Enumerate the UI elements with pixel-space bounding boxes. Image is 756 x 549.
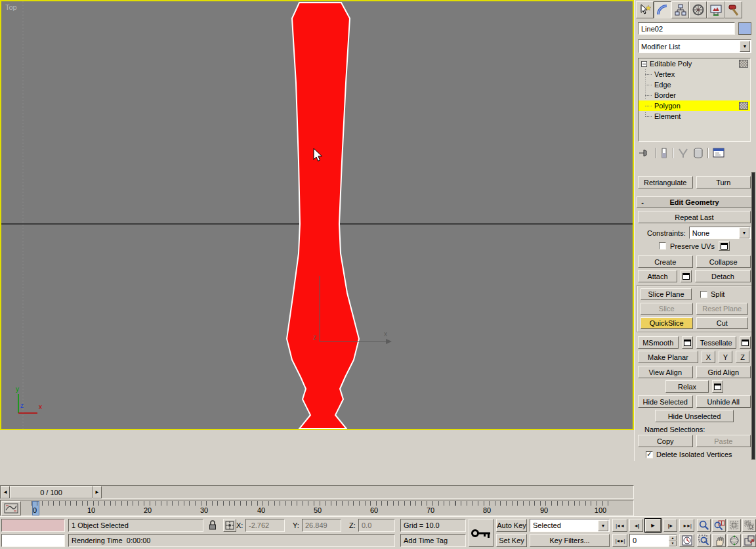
maxscript-mini-listener-white[interactable] <box>1 534 65 547</box>
current-frame-field[interactable]: 0▲▼ <box>629 534 677 547</box>
make-planar-z-button[interactable]: Z <box>736 351 749 363</box>
panel-scrollbar[interactable] <box>751 172 755 460</box>
time-configuration-button[interactable] <box>679 534 694 547</box>
stack-item-element[interactable]: Element <box>639 111 750 121</box>
time-back-arrow-button[interactable]: ◄ <box>1 486 10 498</box>
slice-button[interactable]: Slice <box>640 303 693 315</box>
zoom-extents-button[interactable] <box>727 519 741 532</box>
show-end-result-icon[interactable] <box>660 147 669 159</box>
configure-modifier-sets-icon[interactable] <box>712 147 725 159</box>
tab-motion[interactable] <box>689 1 707 18</box>
collapse-button[interactable]: Collapse <box>696 255 751 268</box>
zoom-extents-all-button[interactable] <box>742 519 756 532</box>
cut-button[interactable]: Cut <box>696 317 749 329</box>
zoom-button[interactable] <box>697 519 711 532</box>
repeat-last-button[interactable]: Repeat Last <box>638 211 751 223</box>
attach-button[interactable]: Attach <box>638 270 677 282</box>
selection-lock-toggle[interactable] <box>207 519 218 531</box>
tab-hierarchy[interactable] <box>671 1 689 18</box>
tab-utilities[interactable] <box>724 1 742 18</box>
relax-button[interactable]: Relax <box>665 380 709 393</box>
y-coord-field[interactable]: 26.849 <box>302 519 341 532</box>
frame-spinner[interactable]: ▲▼ <box>669 535 677 546</box>
modifier-list-dropdown[interactable]: Modifier List <box>638 39 751 53</box>
retriangulate-button[interactable]: Retriangulate <box>638 176 693 188</box>
constraints-dropdown[interactable]: None <box>689 227 751 239</box>
slice-plane-button[interactable]: Slice Plane <box>640 288 692 300</box>
auto-key-button[interactable]: Auto Key <box>496 519 527 532</box>
named-selections-label: Named Selections: <box>644 426 705 433</box>
key-filters-button[interactable]: Key Filters... <box>530 534 610 547</box>
object-name-field[interactable]: Line02 <box>638 22 735 35</box>
set-keys-button[interactable] <box>469 519 494 547</box>
collapse-minus-icon[interactable] <box>641 61 647 67</box>
quickslice-button-active[interactable]: QuickSlice <box>640 317 693 329</box>
viewport-canvas[interactable]: z x y x z <box>1 1 633 429</box>
go-to-start-button[interactable]: |◄◄ <box>612 519 627 532</box>
msmooth-button[interactable]: MSmooth <box>638 336 679 349</box>
arc-rotate-button[interactable] <box>727 534 741 547</box>
create-button[interactable]: Create <box>638 255 693 268</box>
z-coord-field[interactable]: 0.0 <box>358 519 395 532</box>
stack-item-vertex[interactable]: Vertex <box>639 69 750 79</box>
track-bar[interactable]: 0 10 20 30 40 50 60 70 80 90 100 <box>0 500 634 516</box>
hide-selected-button[interactable]: Hide Selected <box>638 395 693 408</box>
delete-isolated-vertices-checkbox[interactable] <box>646 451 653 458</box>
stack-item-editable-poly[interactable]: Editable Poly <box>639 58 750 69</box>
stack-item-edge[interactable]: Edge <box>639 79 750 90</box>
x-coord-field[interactable]: -2.762 <box>245 519 285 532</box>
attach-settings-button[interactable] <box>681 270 692 282</box>
turn-button[interactable]: Turn <box>696 176 751 188</box>
make-planar-x-button[interactable]: X <box>702 351 715 363</box>
pan-button[interactable] <box>712 534 726 547</box>
time-slider-handle[interactable]: 0 / 100 <box>10 486 93 498</box>
viewport-label[interactable]: Top <box>5 3 17 11</box>
unhide-all-button[interactable]: Unhide All <box>696 395 751 408</box>
view-align-button[interactable]: View Align <box>638 366 693 378</box>
absolute-offset-mode-button[interactable] <box>223 519 236 532</box>
stack-item-border[interactable]: Border <box>639 90 750 100</box>
paste-button[interactable]: Paste <box>696 435 751 447</box>
detach-button[interactable]: Detach <box>695 270 751 282</box>
make-unique-icon[interactable] <box>677 147 689 159</box>
tessellate-settings-button[interactable] <box>740 336 751 349</box>
relax-settings-button[interactable] <box>712 380 723 393</box>
make-planar-y-button[interactable]: Y <box>719 351 732 363</box>
previous-frame-button[interactable]: ◄|| <box>629 519 643 532</box>
play-button[interactable]: ► <box>645 519 661 532</box>
open-mini-curve-editor-button[interactable] <box>1 501 21 516</box>
region-zoom-button[interactable] <box>697 534 711 547</box>
zoom-all-button[interactable] <box>712 519 726 532</box>
remove-modifier-icon[interactable] <box>693 147 704 159</box>
stack-item-label: Polygon <box>654 102 681 110</box>
hide-unselected-button[interactable]: Hide Unselected <box>655 410 734 422</box>
grid-align-button[interactable]: Grid Align <box>696 366 751 378</box>
go-to-end-button[interactable]: ►►| <box>679 519 694 532</box>
next-frame-button[interactable]: ||► <box>663 519 677 532</box>
edit-geometry-rollout-header[interactable]: Edit Geometry <box>637 196 752 208</box>
tab-create[interactable] <box>636 1 654 18</box>
time-forward-arrow-button[interactable]: ► <box>93 486 102 498</box>
top-viewport[interactable]: Top z x y x z <box>0 0 634 430</box>
msmooth-settings-button[interactable] <box>682 336 693 349</box>
stack-item-polygon-selected[interactable]: Polygon <box>639 100 750 111</box>
add-time-tag-field[interactable]: Add Time Tag <box>400 534 466 547</box>
tessellate-button[interactable]: Tessellate <box>696 336 737 349</box>
tab-display[interactable] <box>707 1 724 18</box>
preserve-uvs-settings-button[interactable] <box>719 241 730 251</box>
set-key-button[interactable]: Set Key <box>496 534 527 547</box>
reset-plane-button[interactable]: Reset Plane <box>696 303 749 315</box>
min-max-toggle-button[interactable] <box>742 534 756 547</box>
object-color-swatch[interactable] <box>738 22 751 35</box>
maxscript-mini-listener-pink[interactable] <box>1 519 65 532</box>
preserve-uvs-checkbox[interactable] <box>659 242 666 250</box>
reset-plane-label: Reset Plane <box>702 305 742 313</box>
make-planar-button[interactable]: Make Planar <box>638 351 698 363</box>
key-mode-toggle-button[interactable]: |◄►| <box>612 534 627 547</box>
time-slider-track[interactable]: ◄ 0 / 100 ► <box>0 485 634 499</box>
copy-button[interactable]: Copy <box>638 435 693 447</box>
pin-stack-icon[interactable] <box>638 147 651 159</box>
key-mode-dropdown[interactable]: Selected <box>530 519 610 532</box>
tab-modify[interactable] <box>654 1 671 18</box>
split-checkbox[interactable] <box>700 291 707 298</box>
